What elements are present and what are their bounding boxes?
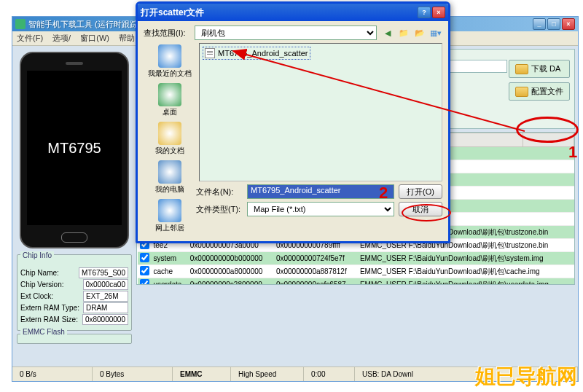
status-speed: 0 B/s <box>12 367 93 381</box>
place-item[interactable]: 桌面 <box>146 82 193 119</box>
file-icon <box>205 48 215 58</box>
new-folder-icon[interactable]: 📂 <box>413 26 426 39</box>
place-icon <box>158 199 181 222</box>
dialog-close-button[interactable]: × <box>432 7 445 18</box>
place-item[interactable]: 我的文档 <box>146 120 193 157</box>
place-item[interactable]: 我最近的文档 <box>146 43 193 80</box>
maximize-button[interactable]: □ <box>547 18 560 30</box>
status-mode: EMMC <box>173 367 231 381</box>
table-row[interactable]: system0x000000000b0000000x00000000724f5e… <box>138 252 574 265</box>
lookin-combo[interactable]: 刷机包 <box>195 26 377 40</box>
menu-help[interactable]: 帮助 <box>119 34 135 42</box>
status-highspeed: High Speed <box>231 367 304 381</box>
dialog-help-button[interactable]: ? <box>418 7 431 18</box>
table-row[interactable]: cache0x00000000a80000000x00000000a887812… <box>138 265 574 278</box>
filename-combo[interactable]: MT6795_Android_scatter <box>247 184 394 199</box>
file-list[interactable]: MT6795_Android_scatter <box>199 43 442 181</box>
place-icon <box>158 160 181 184</box>
chip-row: Ext Clock:EXT_26M <box>20 291 128 302</box>
emmc-flash-box: EMMC Flash <box>17 334 132 344</box>
back-icon[interactable]: ◀ <box>381 26 394 39</box>
row-checkbox[interactable] <box>140 266 149 275</box>
statusbar: 0 B/s 0 Bytes EMMC High Speed 0:00 USB: … <box>12 366 578 381</box>
open-button[interactable]: 打开(O) <box>399 184 442 199</box>
chip-row: Chip Version:0x0000ca00 <box>20 279 128 290</box>
cancel-button[interactable]: 取消 <box>399 202 442 216</box>
folder-icon <box>515 87 528 97</box>
place-icon <box>158 44 181 68</box>
minimize-button[interactable]: _ <box>533 18 546 30</box>
column-header[interactable] <box>523 133 574 147</box>
place-icon <box>158 122 181 145</box>
status-usb: USB: DA Downl <box>355 367 578 381</box>
emmc-legend: EMMC Flash <box>20 328 67 336</box>
dialog-title: 打开scatter文件 <box>141 7 418 19</box>
chip-info-box: Chip Info Chip Name:MT6795_S00Chip Versi… <box>17 254 132 331</box>
place-item[interactable]: 我的电脑 <box>146 159 193 196</box>
row-checkbox[interactable] <box>140 279 149 285</box>
chip-row: Chip Name:MT6795_S00 <box>20 267 128 278</box>
folder-icon <box>515 64 528 74</box>
scatter-file-item[interactable]: MT6795_Android_scatter <box>203 47 310 60</box>
filetype-label: 文件类型(T): <box>196 204 247 215</box>
phone-label: MT6795 <box>27 71 122 225</box>
place-icon <box>158 83 181 106</box>
open-scatter-dialog: 打开scatter文件 ? × 查找范围(I): 刷机包 ◀ 📁 📂 ▦▾ 我最… <box>136 1 450 243</box>
app-icon <box>15 19 26 29</box>
left-pane: MT6795 Chip Info Chip Name:MT6795_S00Chi… <box>12 46 136 366</box>
table-row[interactable]: userdata0x00000000c28000000x00000000cafc… <box>138 278 574 286</box>
menu-file[interactable]: 文件(F) <box>17 34 43 42</box>
download-da-button[interactable]: 下载 DA <box>509 60 570 78</box>
chip-row: Extern RAM Size:0x80000000 <box>20 314 128 325</box>
lookin-label: 查找范围(I): <box>144 28 195 39</box>
status-time: 0:00 <box>304 367 355 381</box>
place-item[interactable]: 网上邻居 <box>146 197 193 235</box>
places-bar: 我最近的文档桌面我的文档我的电脑网上邻居 <box>144 43 196 181</box>
filename-label: 文件名(N): <box>196 187 247 197</box>
dialog-titlebar: 打开scatter文件 ? × <box>138 4 448 21</box>
close-button[interactable]: × <box>562 18 575 30</box>
phone-preview: MT6795 <box>20 52 129 248</box>
filetype-combo[interactable]: Map File (*.txt) <box>247 202 394 216</box>
row-checkbox[interactable] <box>140 253 149 262</box>
chip-info-legend: Chip Info <box>20 251 54 259</box>
status-bytes: 0 Bytes <box>93 367 173 381</box>
menu-window[interactable]: 窗口(W) <box>80 34 109 42</box>
view-icon[interactable]: ▦▾ <box>429 26 442 39</box>
chip-row: Extern RAM Type:DRAM <box>20 302 128 313</box>
up-icon[interactable]: 📁 <box>397 26 410 39</box>
menu-option[interactable]: 选项/ <box>52 34 71 42</box>
config-file-button[interactable]: 配置文件 <box>509 82 570 101</box>
